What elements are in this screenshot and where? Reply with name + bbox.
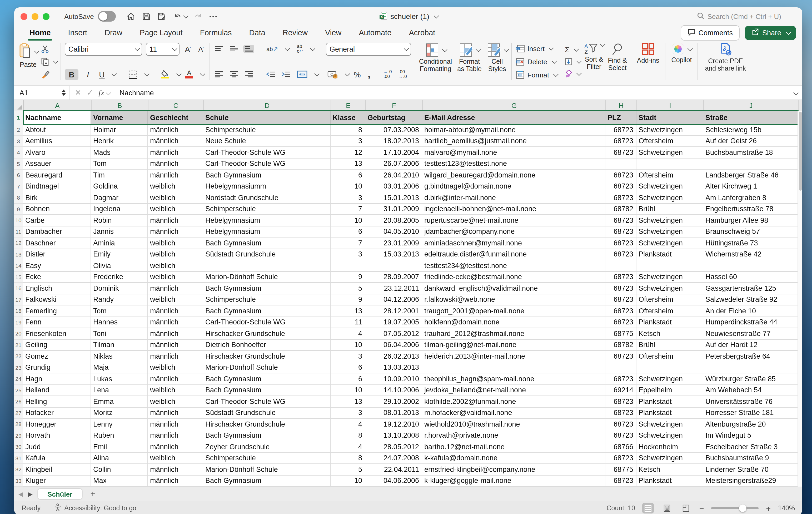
cell-B3[interactable]: Henrik xyxy=(91,136,148,147)
underline-button[interactable]: U xyxy=(97,69,106,80)
cell-E17[interactable]: 9 xyxy=(330,294,365,306)
row-number-18[interactable]: 18 xyxy=(14,306,23,317)
orientation-dropdown-icon[interactable] xyxy=(285,46,290,51)
cell-C1[interactable]: Geschlecht xyxy=(148,111,203,124)
cell-I10[interactable]: Schwetzingen xyxy=(636,215,703,226)
cell-H9[interactable]: 68782 xyxy=(605,204,636,215)
cell-E15[interactable]: 9 xyxy=(330,272,365,283)
cell-A24[interactable]: Hagn xyxy=(23,373,91,385)
cell-I12[interactable]: Schwetzingen xyxy=(636,237,703,249)
cell-F32[interactable]: 22.04.2011 xyxy=(365,464,422,475)
row-number-14[interactable]: 14 xyxy=(14,260,23,272)
row-number-17[interactable]: 17 xyxy=(14,294,23,306)
cell-H2[interactable]: 68723 xyxy=(605,124,636,136)
cell-E8[interactable]: 3 xyxy=(330,192,365,204)
cell-B8[interactable]: Dagmar xyxy=(91,192,148,204)
row-number-23[interactable]: 23 xyxy=(14,362,23,373)
cell-B15[interactable]: Frederike xyxy=(91,272,148,283)
cell-E4[interactable]: 12 xyxy=(330,147,365,158)
cell-A29[interactable]: Horvath xyxy=(23,430,91,441)
cell-E25[interactable]: 10 xyxy=(330,385,365,396)
autosum-dropdown-icon[interactable] xyxy=(574,46,579,51)
sheet-next-icon[interactable]: ▶ xyxy=(28,491,33,497)
cell-B32[interactable]: Collin xyxy=(91,464,148,475)
cell-C9[interactable]: weiblich xyxy=(148,204,203,215)
tab-review[interactable]: Review xyxy=(282,27,308,38)
page-layout-view-button[interactable] xyxy=(662,503,673,513)
cell-G23[interactable] xyxy=(422,362,605,373)
cell-B20[interactable]: Toni xyxy=(91,328,148,339)
cell-E23[interactable]: 6 xyxy=(330,362,365,373)
cell-F31[interactable]: 24.07.2008 xyxy=(365,453,422,464)
cell-D12[interactable]: Bach Gymnasium xyxy=(203,237,330,249)
home-icon[interactable] xyxy=(126,12,136,21)
cell-J28[interactable]: Altenburgstraße 20 xyxy=(703,419,798,430)
cell-C29[interactable]: männlich xyxy=(148,430,203,441)
cell-B18[interactable]: Tom xyxy=(91,306,148,317)
cell-E24[interactable]: 6 xyxy=(330,373,365,385)
cell-H16[interactable]: 68723 xyxy=(605,283,636,294)
cell-F30[interactable]: 28.05.2012 xyxy=(365,441,422,453)
cell-D8[interactable]: Nordstadt Grundschule xyxy=(203,192,330,204)
cell-J3[interactable]: Auf der Geist 26 xyxy=(703,136,798,147)
cell-H29[interactable]: 68723 xyxy=(605,430,636,441)
align-top-button[interactable] xyxy=(214,45,225,53)
cell-D7[interactable]: Hebelgymnasiumm xyxy=(203,181,330,192)
cell-J30[interactable]: Eschelbacher Straße 3 xyxy=(703,441,798,453)
cell-H15[interactable]: 68723 xyxy=(605,272,636,283)
cell-J11[interactable]: Braunschweig 57 xyxy=(703,226,798,237)
cell-J15[interactable]: Hassel 60 xyxy=(703,272,798,283)
cell-D3[interactable]: Neue Schule xyxy=(203,136,330,147)
cell-A19[interactable]: Fenn xyxy=(23,317,91,328)
row-number-2[interactable]: 2 xyxy=(14,124,23,136)
cell-E12[interactable]: 7 xyxy=(330,237,365,249)
copilot-button[interactable]: Copilot xyxy=(669,41,694,82)
tab-draw[interactable]: Draw xyxy=(104,27,123,38)
copy-button[interactable] xyxy=(41,56,57,67)
cell-D15[interactable]: Marion-Dönhoff Schule xyxy=(203,272,330,283)
cell-H32[interactable]: 68775 xyxy=(605,464,636,475)
percent-button[interactable]: % xyxy=(352,69,362,80)
zoom-in-button[interactable]: + xyxy=(766,504,771,513)
cell-G22[interactable]: heiderich.2013@inter-mail.none xyxy=(422,351,605,362)
cell-G2[interactable]: hoimar-abtout@mymail.none xyxy=(422,124,605,136)
clear-dropdown-icon[interactable] xyxy=(576,70,582,76)
cell-H24[interactable]: 68723 xyxy=(605,373,636,385)
cell-G8[interactable]: d.birk@inter-mail.none xyxy=(422,192,605,204)
row-number-19[interactable]: 19 xyxy=(14,317,23,328)
cell-H31[interactable]: 68723 xyxy=(605,453,636,464)
cell-G20[interactable]: trauhard_2012@trashmail.none xyxy=(422,328,605,339)
column-header-D[interactable]: D xyxy=(204,100,331,111)
cell-G31[interactable]: k-kafula@domain.none xyxy=(422,453,605,464)
cell-A11[interactable]: Dambacher xyxy=(23,226,91,237)
cell-H30[interactable]: 68766 xyxy=(605,441,636,453)
merge-center-button[interactable] xyxy=(295,69,309,79)
cell-G16[interactable]: dankward_englisch@validmail.none xyxy=(422,283,605,294)
cell-F15[interactable]: 28.09.2007 xyxy=(365,272,422,283)
cell-C33[interactable]: männlich xyxy=(148,475,203,487)
cell-H8[interactable]: 68723 xyxy=(605,192,636,204)
cell-B33[interactable]: Max xyxy=(91,475,148,487)
cell-E27[interactable]: 3 xyxy=(330,407,365,419)
cell-I29[interactable]: Schwetzingen xyxy=(636,430,703,441)
cell-B28[interactable]: Lenny xyxy=(91,419,148,430)
cell-H25[interactable]: 69214 xyxy=(605,385,636,396)
row-number-33[interactable]: 33 xyxy=(14,475,23,487)
cell-E1[interactable]: Klasse xyxy=(330,111,365,124)
cell-B31[interactable]: Alina xyxy=(91,453,148,464)
cell-B6[interactable]: Tim xyxy=(91,170,148,181)
cell-A26[interactable]: Helling xyxy=(23,396,91,407)
delete-dropdown-icon[interactable] xyxy=(551,58,557,63)
cell-C28[interactable]: männlich xyxy=(148,419,203,430)
tab-acrobat[interactable]: Acrobat xyxy=(408,27,436,38)
cell-B7[interactable]: Goldina xyxy=(91,181,148,192)
cell-J27[interactable]: Horresser Straße 181 xyxy=(703,407,798,419)
cell-I19[interactable]: Plankstadt xyxy=(636,317,703,328)
cell-D13[interactable]: Südstadt Grundschule xyxy=(203,249,330,260)
cell-J12[interactable]: Hüttingstraße 73 xyxy=(703,237,798,249)
cell-G24[interactable]: theophilus_hagn@spam-mail.none xyxy=(422,373,605,385)
cell-G30[interactable]: bartho.12@net-mail.none xyxy=(422,441,605,453)
align-right-button[interactable] xyxy=(243,70,254,79)
cell-I1[interactable]: Stadt xyxy=(636,111,703,124)
row-number-30[interactable]: 30 xyxy=(14,441,23,453)
